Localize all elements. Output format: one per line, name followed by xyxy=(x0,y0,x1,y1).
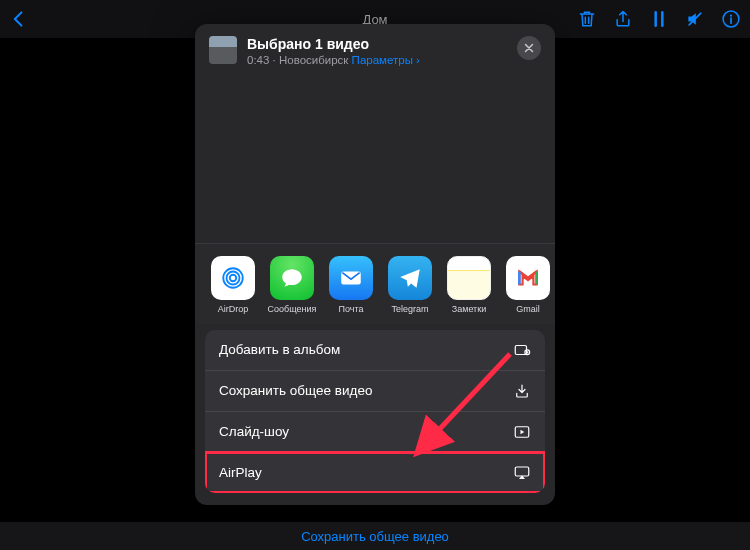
options-link[interactable]: Параметры xyxy=(352,54,413,66)
notes-icon xyxy=(447,256,491,300)
action-slideshow[interactable]: Слайд-шоу xyxy=(205,411,545,452)
app-label: Заметки xyxy=(452,304,486,314)
telegram-icon xyxy=(397,265,423,291)
chevron-right-icon: › xyxy=(413,54,420,66)
mail-icon xyxy=(338,265,364,291)
video-thumbnail xyxy=(209,36,237,64)
app-airdrop[interactable]: AirDrop xyxy=(211,256,255,314)
app-label: AirDrop xyxy=(218,304,249,314)
svg-point-1 xyxy=(730,15,732,17)
trash-icon xyxy=(577,9,597,29)
action-add-to-album[interactable]: Добавить в альбом xyxy=(205,330,545,370)
save-shared-video-button[interactable]: Сохранить общее видео xyxy=(301,529,449,544)
speaker-off-icon xyxy=(685,9,705,29)
svg-rect-9 xyxy=(515,467,529,476)
app-label: Gmail xyxy=(516,304,540,314)
pause-icon xyxy=(649,9,669,29)
close-icon xyxy=(523,42,535,54)
action-label: Сохранить общее видео xyxy=(219,383,372,398)
share-sheet-title: Выбрано 1 видео xyxy=(247,36,517,53)
app-label: Telegram xyxy=(391,304,428,314)
bottom-bar: Сохранить общее видео xyxy=(0,522,750,550)
airdrop-icon xyxy=(220,265,246,291)
play-rect-icon xyxy=(513,423,531,441)
share-button[interactable] xyxy=(612,8,634,30)
share-sheet-preview xyxy=(195,76,555,244)
share-sheet-header: Выбрано 1 видео 0:43 · Новосибирск Парам… xyxy=(195,24,555,76)
action-airplay[interactable]: AirPlay xyxy=(205,452,545,493)
share-icon xyxy=(613,9,633,29)
messages-icon xyxy=(279,265,305,291)
app-label: Сообщения xyxy=(268,304,317,314)
album-icon xyxy=(513,341,531,359)
app-gmail[interactable]: Gmail xyxy=(506,256,550,314)
gmail-icon xyxy=(515,265,541,291)
svg-point-3 xyxy=(227,271,240,284)
back-button[interactable] xyxy=(8,8,30,30)
share-sheet-subtitle: 0:43 · Новосибирск Параметры › xyxy=(247,54,517,66)
pause-button[interactable] xyxy=(648,8,670,30)
app-telegram[interactable]: Telegram xyxy=(388,256,432,314)
airplay-icon xyxy=(513,464,531,482)
mute-button[interactable] xyxy=(684,8,706,30)
chevron-left-icon xyxy=(9,9,29,29)
info-icon xyxy=(721,9,741,29)
share-sheet: Выбрано 1 видео 0:43 · Новосибирск Парам… xyxy=(195,24,555,505)
action-list: Добавить в альбом Сохранить общее видео … xyxy=(205,330,545,493)
action-label: Добавить в альбом xyxy=(219,342,340,357)
action-save-shared-video[interactable]: Сохранить общее видео xyxy=(205,370,545,411)
action-label: Слайд-шоу xyxy=(219,424,289,439)
download-icon xyxy=(513,382,531,400)
app-messages[interactable]: Сообщения xyxy=(270,256,314,314)
svg-point-2 xyxy=(230,275,237,282)
app-label: Почта xyxy=(339,304,364,314)
share-app-row[interactable]: AirDrop Сообщения Почта Telegram Заметки… xyxy=(195,244,555,324)
app-mail[interactable]: Почта xyxy=(329,256,373,314)
app-notes[interactable]: Заметки xyxy=(447,256,491,314)
action-label: AirPlay xyxy=(219,465,262,480)
info-button[interactable] xyxy=(720,8,742,30)
close-button[interactable] xyxy=(517,36,541,60)
trash-button[interactable] xyxy=(576,8,598,30)
